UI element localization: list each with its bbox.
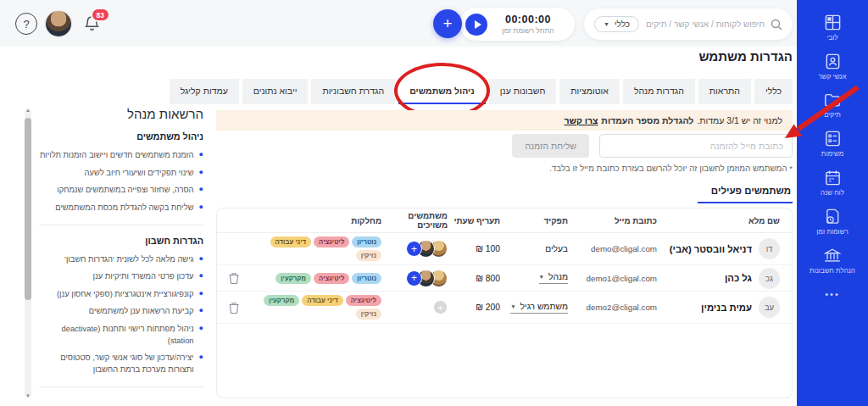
add-assigned-user-button[interactable]: + [406, 270, 422, 286]
main-sidebar: לובי אנשי קשר תיקים משימות [797, 0, 868, 406]
table-header-row: שם מלא כתובת מייל תפקיד תעריף שעתי משתמש… [217, 209, 792, 233]
sidebar-item-lobby[interactable]: לובי [797, 14, 868, 42]
assigned-users-cell: + [381, 240, 448, 258]
help-button[interactable]: ? [15, 13, 37, 35]
divider [39, 225, 203, 225]
department-tag: דיני עבודה [302, 295, 343, 306]
sidebar-item-label: לובי [826, 34, 837, 42]
sidebar-item-label: משימות [821, 150, 843, 158]
invite-note: * המשתמש המוזמן לחשבון זה יוכל להרשם בעז… [549, 164, 793, 173]
permission-item: ●קונפיגורציית אינטגרציות (ספקי אחסון ענן… [39, 288, 203, 300]
sidebar-item-cases[interactable]: תיקים [797, 92, 868, 119]
departments-cell: נוטריון ליטיגציה דיני עבודה נזיקין [251, 233, 381, 264]
departments-cell: נוטריון ליטיגציה מקרקעין [251, 270, 381, 287]
user-role-dropdown[interactable]: משתמש רגיל ▼ [500, 302, 568, 314]
search-input[interactable] [645, 19, 765, 29]
sidebar-item-label: הנהלת חשבונות [810, 267, 855, 275]
bullet-icon: ● [199, 202, 203, 214]
user-avatar[interactable] [46, 11, 71, 36]
sidebar-more-button[interactable]: ••• [825, 289, 840, 299]
scrollbar-thumb[interactable] [25, 118, 31, 300]
bullet-icon: ● [199, 270, 203, 282]
timer-subtitle: התחל רשומת זמן [487, 26, 569, 35]
user-name-cell: עב עמית בנימין [657, 297, 780, 318]
tab-admin-settings[interactable]: הגדרות מנהל [623, 79, 695, 104]
notice-text: למנוי זה יש 3/1 עמדות. [697, 115, 782, 125]
assigned-users-cell: + [381, 270, 448, 287]
invite-email-input[interactable] [599, 134, 793, 158]
user-rate: 200 ₪ [448, 303, 500, 312]
tab-user-management-label: ניהול משתמשים [409, 86, 475, 96]
sidebar-item-calendar[interactable]: לוח שנה [797, 169, 868, 197]
bullet-icon: ● [199, 323, 203, 346]
sidebar-item-time-records[interactable]: רשומות זמן [797, 208, 868, 236]
add-assigned-user-button[interactable]: + [406, 241, 422, 257]
tab-invoice-settings[interactable]: הגדרת חשבוניות [311, 79, 395, 104]
timer-display: 00:00:00 התחל רשומת זמן [487, 14, 569, 35]
add-assigned-user-button[interactable]: + [433, 300, 448, 314]
settings-tabs: כללי התראות הגדרות מנהל אוטומציות חשבונו… [170, 79, 793, 104]
timer-value: 00:00:00 [487, 14, 569, 25]
tab-notifications[interactable]: התראות [698, 79, 751, 104]
users-table: שם מלא כתובת מייל תפקיד תעריף שעתי משתמש… [216, 208, 793, 398]
send-invite-button[interactable]: שליחת הזמנה [512, 134, 589, 158]
question-icon: ? [23, 18, 29, 31]
active-users-tab[interactable]: משתמשים פעילים [698, 186, 793, 203]
time-tracker: 00:00:00 התחל רשומת זמן [459, 8, 575, 41]
sidebar-item-tasks[interactable]: משימות [797, 130, 868, 158]
tab-automations[interactable]: אוטומציות [559, 79, 620, 104]
department-tag: נוטריון [352, 273, 381, 284]
user-email: demo1@cligal.com [568, 274, 657, 283]
department-tag: ליטיגציה [314, 273, 349, 284]
search-scope-dropdown[interactable]: כללי ▼ [594, 16, 639, 32]
header-hourly-rate: תעריף שעתי [448, 216, 500, 225]
admin-permissions-panel: הרשאות מנהל ניהול משתמשים ●הזמנת משתמשים… [39, 107, 203, 401]
notifications-button[interactable]: 83 [80, 12, 103, 36]
permissions-section-heading: הגדרות חשבון [39, 236, 203, 246]
tab-cligal-stations[interactable]: עמדות קליגל [170, 79, 239, 104]
delete-user-button[interactable] [229, 272, 251, 284]
chevron-down-icon: ▼ [604, 21, 609, 27]
divider [39, 387, 203, 387]
play-icon [475, 20, 481, 29]
user-role-value: משתמש רגיל [520, 302, 568, 311]
user-name: דניאל וובסטר (אבי) [670, 244, 752, 254]
avatar: גכ [759, 268, 780, 289]
contact-us-link[interactable]: צרו קשר [564, 115, 598, 125]
tab-user-management[interactable]: ניהול משתמשים [398, 79, 486, 104]
start-timer-button[interactable] [465, 14, 487, 36]
table-row: דו דניאל וובסטר (אבי) demo@cligal.com בע… [217, 233, 792, 265]
checklist-icon [824, 130, 842, 147]
department-tag: נוטריון [352, 236, 381, 247]
user-name-cell: גכ גל כהן [657, 268, 780, 289]
trash-icon [229, 302, 239, 314]
tab-general[interactable]: כללי [754, 79, 793, 104]
permission-item: ●עדכון פרטי המשרד ותיקיות ענן [39, 270, 203, 282]
user-rate: 100 ₪ [448, 244, 500, 253]
delete-user-button[interactable] [229, 302, 251, 314]
sidebar-item-accounting[interactable]: הנהלת חשבונות [797, 247, 868, 275]
tab-cloud-accounts[interactable]: חשבונות ענן [489, 79, 557, 104]
department-tag: מקרקעין [264, 295, 299, 306]
permissions-section-heading: ניהול משתמשים [39, 131, 203, 142]
plus-icon: + [442, 14, 452, 33]
scroll-up-icon[interactable]: ▲ [24, 108, 32, 113]
permission-item: ●קביעת הרשאות ענן למשתמשים [39, 305, 203, 317]
permissions-scrollbar[interactable]: ▲ ▼ [25, 108, 31, 398]
sidebar-item-contacts[interactable]: אנשי קשר [797, 53, 868, 81]
header-full-name: שם מלא [657, 216, 780, 225]
search-scope-value: כללי [615, 19, 630, 29]
quick-add-button[interactable]: + [433, 9, 462, 38]
grid-icon [824, 14, 842, 31]
bullet-icon: ● [199, 288, 203, 300]
tab-data-import[interactable]: ייבוא נתונים [242, 79, 309, 104]
scroll-down-icon[interactable]: ▼ [24, 393, 32, 398]
header-role: תפקיד [500, 216, 568, 225]
bullet-icon: ● [199, 253, 203, 265]
permission-item: ●שליחת בקשה להגדלת מכסת המשתמשים [39, 202, 203, 214]
user-role-dropdown[interactable]: מנהל ▼ [500, 272, 568, 284]
user-role-value: מנהל [548, 272, 568, 281]
department-tag: ליטיגציה [314, 236, 349, 247]
stations-notice: למנוי זה יש 3/1 עמדות. להגדלת מספר העמדו… [216, 110, 793, 131]
notification-badge: 83 [91, 8, 110, 22]
